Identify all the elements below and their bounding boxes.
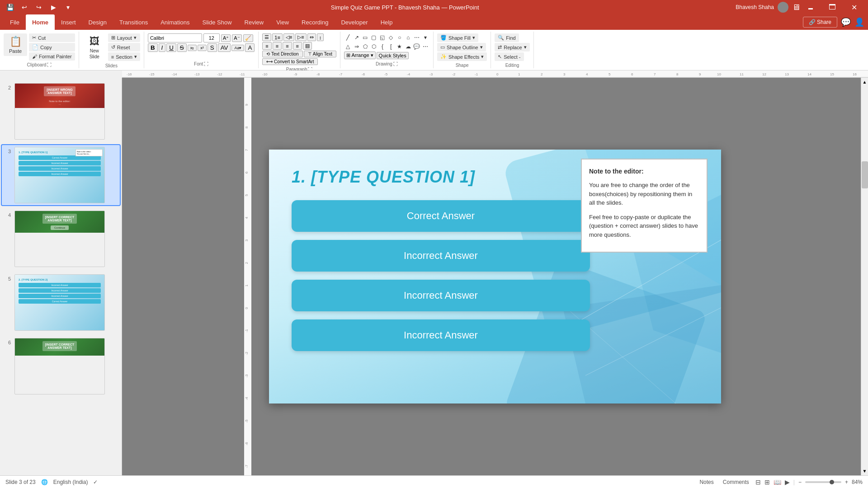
redo-button[interactable]: ↪: [33, 1, 45, 14]
arrange-button[interactable]: ⊞ Arrange ▾: [344, 52, 376, 59]
shape-effects-button[interactable]: ✨ Shape Effects ▾: [437, 52, 487, 61]
tab-view[interactable]: View: [270, 14, 295, 30]
section-button[interactable]: ≡ Section ▾: [108, 52, 140, 61]
reset-button[interactable]: ↺ Reset: [108, 43, 140, 52]
align-left[interactable]: ≡: [262, 42, 271, 50]
text-direction[interactable]: ⟲ Text Direction: [262, 51, 302, 57]
slide-thumb-6[interactable]: 6 [INSERT CORRECTANSWER TEXT]: [2, 336, 120, 396]
shape-star[interactable]: ★: [396, 42, 404, 51]
text-shadow-button[interactable]: S: [208, 43, 217, 52]
tab-transitions[interactable]: Transitions: [113, 14, 154, 30]
font-size-decrease[interactable]: A⁻: [232, 34, 241, 42]
tab-file[interactable]: File: [4, 14, 26, 30]
tab-home[interactable]: Home: [26, 14, 55, 30]
zoom-handle[interactable]: [830, 480, 834, 484]
paste-button[interactable]: 📋 Paste: [4, 33, 27, 56]
shape-arrow[interactable]: ↗: [353, 33, 361, 42]
shape-fill-button[interactable]: 🪣 Shape Fill ▾: [437, 33, 478, 42]
answer-btn-0[interactable]: Correct Answer: [292, 200, 590, 232]
cut-button[interactable]: ✂ Cut: [29, 33, 75, 42]
decrease-indent[interactable]: ◁≡: [283, 33, 294, 41]
shape-rtarrow[interactable]: ⇒: [353, 42, 361, 51]
scroll-down-button[interactable]: ▼: [863, 469, 867, 474]
accessibility-check[interactable]: ✓: [93, 479, 98, 485]
shape-more[interactable]: ⋯: [413, 33, 421, 42]
slideshow-button[interactable]: ▶: [785, 479, 790, 486]
layout-button[interactable]: ⊞ Layout ▾: [108, 33, 140, 42]
present-button[interactable]: ▶: [47, 1, 60, 14]
maximize-button[interactable]: 🗖: [822, 0, 843, 14]
replace-button[interactable]: ⇄ Replace ▾: [495, 43, 529, 52]
shapes-expand[interactable]: ▾: [421, 33, 429, 42]
customize-qat-button[interactable]: ▾: [61, 1, 74, 14]
scroll-thumb[interactable]: [862, 161, 868, 188]
underline-button[interactable]: U: [166, 43, 176, 52]
find-button[interactable]: 🔍 Find: [495, 33, 519, 42]
select-button[interactable]: ↖ Select -: [495, 52, 524, 61]
shape-diamond[interactable]: ◇: [387, 33, 395, 42]
col-spacing[interactable]: ⇔: [307, 33, 316, 41]
font-size-input[interactable]: 12: [203, 33, 220, 42]
tab-insert[interactable]: Insert: [55, 14, 82, 30]
superscript-button[interactable]: x²: [198, 45, 207, 51]
format-painter-button[interactable]: 🖌 Format Painter: [29, 52, 75, 61]
user-icon[interactable]: 👤: [854, 17, 864, 27]
answer-btn-3[interactable]: Incorrect Answer: [292, 319, 590, 351]
zoom-in-button[interactable]: +: [845, 479, 848, 485]
increase-indent[interactable]: ▷≡: [295, 33, 306, 41]
quick-styles-button[interactable]: Quick Styles: [377, 52, 409, 59]
shape-brace[interactable]: {: [378, 42, 387, 51]
save-button[interactable]: 💾: [4, 1, 16, 14]
copy-button[interactable]: 📄 Copy: [29, 43, 75, 52]
slide-thumb-2[interactable]: 2 [INSERT WRONGANSWER TEXT] Note to the …: [2, 81, 120, 141]
clipboard-expand-icon[interactable]: ⛶: [47, 62, 52, 67]
align-center[interactable]: ≡: [273, 42, 282, 50]
char-spacing-button[interactable]: AV: [218, 43, 231, 52]
tab-animations[interactable]: Animations: [154, 14, 196, 30]
justify[interactable]: ≡: [293, 42, 302, 50]
reading-view-button[interactable]: 📖: [774, 479, 781, 486]
shape-more2[interactable]: ⋯: [421, 42, 429, 51]
share-button[interactable]: 🔗 Share: [803, 17, 837, 28]
shape-callout[interactable]: 💬: [413, 42, 421, 51]
tab-slideshow[interactable]: Slide Show: [196, 14, 238, 30]
italic-button[interactable]: I: [159, 43, 166, 52]
convert-to-smartart[interactable]: ⟷ Convert to SmartArt: [262, 58, 318, 65]
tab-developer[interactable]: Developer: [335, 14, 374, 30]
normal-view-button[interactable]: ⊟: [755, 479, 761, 486]
tab-help[interactable]: Help: [374, 14, 399, 30]
shape-outline-button[interactable]: ▭ Shape Outline ▾: [437, 43, 486, 52]
minimize-button[interactable]: 🗕: [800, 0, 821, 14]
shape-ellipse[interactable]: ○: [396, 33, 404, 42]
comments-icon[interactable]: 💬: [841, 17, 851, 27]
numbering-button[interactable]: 1≡: [272, 33, 283, 41]
shape-triangle[interactable]: △: [344, 42, 352, 51]
zoom-level[interactable]: 84%: [852, 479, 863, 485]
bold-button[interactable]: B: [148, 43, 158, 52]
bullets-button[interactable]: ☰: [262, 33, 271, 41]
tab-design[interactable]: Design: [82, 14, 113, 30]
scroll-up-button[interactable]: ▲: [863, 80, 867, 84]
shape-trapezoid[interactable]: ⌂: [404, 33, 412, 42]
tab-recording[interactable]: Recording: [295, 14, 335, 30]
font-size-increase[interactable]: A⁺: [221, 34, 231, 42]
close-button[interactable]: ✕: [844, 0, 864, 14]
shape-line[interactable]: ╱: [344, 33, 352, 42]
notes-button[interactable]: Notes: [697, 478, 716, 486]
slide-thumb-3[interactable]: 3 1. [TYPE QUESTION 1] Correct Answer In…: [2, 145, 120, 205]
zoom-slider[interactable]: [805, 481, 841, 483]
vertical-scrollbar[interactable]: ▲ ▼: [861, 78, 868, 475]
align-text[interactable]: ⊤ Align Text: [304, 51, 336, 57]
shape-pentagon[interactable]: ⬠: [361, 42, 369, 51]
answer-btn-1[interactable]: Incorrect Answer: [292, 240, 590, 272]
tab-review[interactable]: Review: [238, 14, 270, 30]
new-slide-button[interactable]: 🖼 New Slide: [83, 33, 106, 61]
shape-parallelogram[interactable]: ◱: [378, 33, 387, 42]
undo-button[interactable]: ↩: [18, 1, 31, 14]
shape-rounded-rect[interactable]: ▢: [370, 33, 378, 42]
clear-format-button[interactable]: 🧹: [243, 34, 253, 42]
answer-btn-2[interactable]: Incorrect Answer: [292, 280, 590, 311]
slide-sorter-button[interactable]: ⊞: [764, 479, 770, 486]
comments-button[interactable]: Comments: [720, 478, 752, 486]
font-expand-icon[interactable]: ⛶: [204, 61, 208, 66]
